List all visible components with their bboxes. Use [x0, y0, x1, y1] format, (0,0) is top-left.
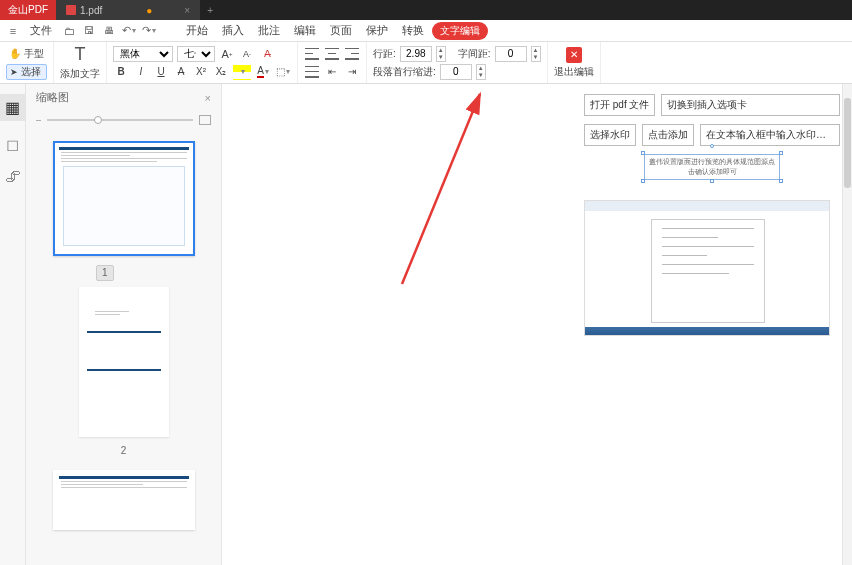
thumbnail-page-3[interactable] [53, 470, 195, 530]
embedded-screenshot [584, 200, 830, 336]
tab-unsaved-dot: ● [146, 5, 152, 16]
char-spacing-stepper[interactable]: ▲▼ [531, 46, 541, 62]
vertical-scrollbar[interactable] [842, 84, 852, 565]
strike-button[interactable]: A [173, 64, 189, 80]
font-family-select[interactable]: 黑体 [113, 46, 173, 62]
italic-button[interactable]: I [133, 64, 149, 80]
step-open-pdf: 打开 pdf 文件 [584, 94, 655, 116]
align-left-icon[interactable] [304, 46, 320, 62]
menu-bar: 文件 开始 插入 批注 编辑 页面 保护 转换 文字编辑 [0, 20, 852, 42]
hand-icon [9, 48, 21, 59]
document-canvas[interactable] [222, 84, 572, 565]
tab-close-button[interactable]: × [184, 5, 190, 16]
menu-start[interactable]: 开始 [180, 21, 214, 40]
document-tab[interactable]: 1.pdf ● × [56, 0, 200, 20]
fit-icon[interactable] [199, 115, 211, 125]
selected-text-box[interactable]: 盖伟设置版面进行预览的具体规范图源点击确认添加即可 [644, 154, 780, 180]
thumbnail-panel-close[interactable]: × [205, 92, 211, 104]
tab-label: 1.pdf [80, 5, 102, 16]
open-icon[interactable] [60, 22, 78, 40]
align-center-icon[interactable] [324, 46, 340, 62]
tool-hand[interactable]: 手型 [6, 46, 47, 62]
redo-icon[interactable] [140, 22, 158, 40]
title-bar: 金山PDF 1.pdf ● × + [0, 0, 852, 20]
zoom-min-icon: – [36, 115, 41, 125]
indent-inc-icon[interactable]: ⇥ [344, 64, 360, 80]
highlight-button[interactable] [233, 64, 251, 80]
line-spacing-stepper[interactable]: ▲▼ [436, 46, 446, 62]
indent-dec-icon[interactable]: ⇤ [324, 64, 340, 80]
menu-file[interactable]: 文件 [24, 21, 58, 40]
menu-protect[interactable]: 保护 [360, 21, 394, 40]
menu-insert[interactable]: 插入 [216, 21, 250, 40]
step-switch-insert: 切换到插入选项卡 [661, 94, 840, 116]
menu-edit[interactable]: 编辑 [288, 21, 322, 40]
workspace: ▦ ◻ 🖇 缩略图 × – 1 [0, 84, 852, 565]
thumbnail-page-2[interactable] [79, 287, 169, 437]
annotation-arrow [222, 84, 582, 384]
align-right-icon[interactable] [344, 46, 360, 62]
page-number-2: 2 [34, 443, 213, 464]
page-number-1: 1 [96, 265, 114, 281]
pdf-icon [66, 5, 76, 15]
exit-edit-label[interactable]: 退出编辑 [554, 65, 594, 79]
thumbnail-page-1[interactable] [53, 141, 195, 256]
svg-line-0 [402, 94, 480, 284]
clear-format-icon[interactable]: A̶ [259, 46, 275, 62]
add-text-icon[interactable]: T [69, 44, 91, 65]
shading-button[interactable]: ⬚ [275, 64, 291, 80]
bookmark-rail-icon[interactable]: ◻ [6, 135, 19, 154]
thumbnails-rail-icon[interactable]: ▦ [0, 94, 25, 121]
save-icon[interactable] [80, 22, 98, 40]
align-justify-icon[interactable] [304, 64, 320, 80]
thumbnail-panel: 缩略图 × – 1 2 [26, 84, 222, 565]
char-spacing-label: 字间距: [458, 47, 491, 61]
step-input-watermark: 在文本输入框中输入水印内容。。。。。 [700, 124, 840, 146]
new-tab-button[interactable]: + [200, 5, 220, 16]
char-spacing-input[interactable] [495, 46, 527, 62]
menu-page[interactable]: 页面 [324, 21, 358, 40]
left-rail: ▦ ◻ 🖇 [0, 84, 26, 565]
font-size-select[interactable]: 七号 [177, 46, 215, 62]
thumbnail-zoom-slider[interactable]: – [26, 111, 221, 129]
thumbnail-list: 1 2 [26, 129, 221, 565]
line-spacing-label: 行距: [373, 47, 396, 61]
tool-select[interactable]: 选择 [6, 64, 47, 80]
attachment-rail-icon[interactable]: 🖇 [5, 168, 21, 186]
app-brand: 金山PDF [0, 0, 56, 20]
underline-button[interactable]: U [153, 64, 169, 80]
menu-text-edit-active[interactable]: 文字编辑 [432, 22, 488, 40]
font-color-button[interactable]: A [255, 64, 271, 80]
selected-text-content: 盖伟设置版面进行预览的具体规范图源点击确认添加即可 [644, 154, 780, 180]
exit-edit-close-icon[interactable]: ✕ [566, 47, 582, 63]
step-click-add: 点击添加 [642, 124, 694, 146]
undo-icon[interactable] [120, 22, 138, 40]
menu-convert[interactable]: 转换 [396, 21, 430, 40]
ribbon-toolbar: 手型 选择 T 添加文字 黑体 七号 A+ A- A̶ B I U A X² X… [0, 42, 852, 84]
print-icon[interactable] [100, 22, 118, 40]
step-select-watermark: 选择水印 [584, 124, 636, 146]
first-indent-label: 段落首行缩进: [373, 65, 436, 79]
shrink-font-icon[interactable]: A- [239, 46, 255, 62]
thumbnail-panel-title: 缩略图 [36, 90, 69, 105]
arrow-icon [10, 66, 18, 77]
menu-annotate[interactable]: 批注 [252, 21, 286, 40]
super-button[interactable]: X² [193, 64, 209, 80]
grow-font-icon[interactable]: A+ [219, 46, 235, 62]
sub-button[interactable]: X₂ [213, 64, 229, 80]
hamburger-menu-icon[interactable] [4, 22, 22, 40]
line-spacing-input[interactable] [400, 46, 432, 62]
first-indent-stepper[interactable]: ▲▼ [476, 64, 486, 80]
bold-button[interactable]: B [113, 64, 129, 80]
document-preview-area: 打开 pdf 文件 切换到插入选项卡 选择水印 点击添加 在文本输入框中输入水印… [572, 84, 852, 565]
add-text-label[interactable]: 添加文字 [60, 67, 100, 81]
first-indent-input[interactable] [440, 64, 472, 80]
